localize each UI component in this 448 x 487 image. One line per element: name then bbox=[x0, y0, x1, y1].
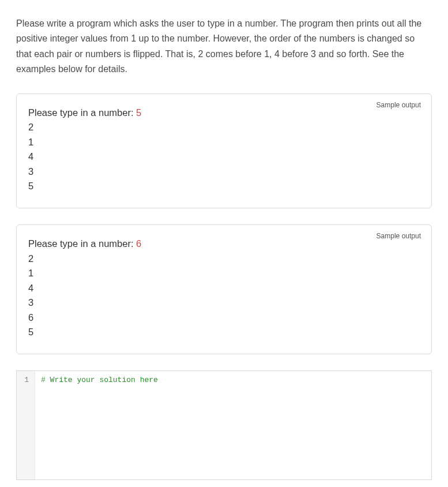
sample-prompt-text: Please type in a number: bbox=[28, 238, 136, 249]
sample-output-line: 4 bbox=[28, 281, 420, 296]
sample-output-content: Please type in a number: 521435 bbox=[28, 106, 420, 194]
sample-output-content: Please type in a number: 6214365 bbox=[28, 237, 420, 340]
sample-output-line: 2 bbox=[28, 252, 420, 267]
sample-output-line: 3 bbox=[28, 164, 420, 179]
sample-prompt-text: Please type in a number: bbox=[28, 107, 136, 118]
code-comment: # Write your solution here bbox=[41, 376, 158, 384]
sample-output-line: 5 bbox=[28, 325, 420, 340]
code-editor-area[interactable]: # Write your solution here bbox=[35, 371, 431, 479]
sample-output-line: 4 bbox=[28, 149, 420, 164]
sample-output-label: Sample output bbox=[377, 101, 421, 109]
problem-description: Please write a program which asks the us… bbox=[16, 16, 432, 77]
sample-user-input: 6 bbox=[136, 238, 141, 249]
sample-output-line: 6 bbox=[28, 310, 420, 325]
sample-user-input: 5 bbox=[136, 107, 141, 118]
sample-output-line: 3 bbox=[28, 295, 420, 310]
sample-output-line: 2 bbox=[28, 120, 420, 135]
sample-output-box: Sample output Please type in a number: 5… bbox=[16, 93, 432, 208]
code-editor-gutter: 1 bbox=[17, 371, 35, 479]
sample-output-label: Sample output bbox=[377, 232, 421, 240]
sample-output-line: 1 bbox=[28, 135, 420, 150]
line-number: 1 bbox=[20, 374, 29, 386]
sample-output-box: Sample output Please type in a number: 6… bbox=[16, 224, 432, 354]
sample-output-line: 1 bbox=[28, 266, 420, 281]
code-editor[interactable]: 1 # Write your solution here bbox=[16, 370, 432, 480]
sample-output-line: 5 bbox=[28, 179, 420, 194]
